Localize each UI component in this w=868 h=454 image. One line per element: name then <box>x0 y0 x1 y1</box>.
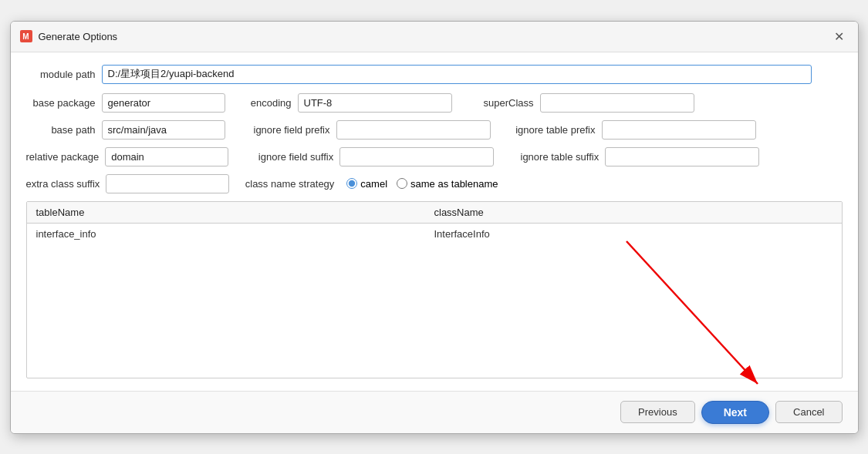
ignore-field-suffix-label: ignore field suffix <box>241 151 333 163</box>
table-cell-class-name: InterfaceInfo <box>434 228 833 240</box>
base-path-input[interactable] <box>102 120 225 140</box>
encoding-group: encoding <box>238 93 452 113</box>
table-cell-table-name: interface_info <box>36 228 434 240</box>
module-path-label: module path <box>26 69 96 80</box>
app-icon: M <box>20 30 32 42</box>
col-class-name-header: className <box>434 207 833 218</box>
ignore-table-prefix-label: ignore table prefix <box>503 124 596 136</box>
generate-options-dialog: M Generate Options ✕ module path base pa… <box>10 21 859 434</box>
col-table-name-header: tableName <box>36 207 434 218</box>
class-name-strategy-label: class name strategy <box>241 178 334 190</box>
relative-package-input[interactable] <box>105 147 228 166</box>
extra-class-suffix-label: extra class suffix <box>26 178 100 190</box>
ignore-table-suffix-label: ignore table suffix <box>506 151 599 163</box>
table-header: tableName className <box>27 202 842 224</box>
encoding-label: encoding <box>238 97 292 109</box>
ignore-field-prefix-group: ignore field prefix <box>238 120 491 140</box>
base-package-input[interactable] <box>102 93 225 113</box>
class-table: tableName className interface_info Inter… <box>26 201 843 378</box>
radio-same-as-tablename-input[interactable] <box>397 178 407 189</box>
relative-package-label: relative package <box>26 151 100 163</box>
module-path-row: module path <box>26 65 843 84</box>
base-path-group: base path <box>26 120 225 140</box>
radio-camel-input[interactable] <box>346 178 357 189</box>
radio-group: camel same as tablename <box>346 178 498 190</box>
super-class-label: superClass <box>464 97 534 109</box>
ignore-field-prefix-label: ignore field prefix <box>238 124 330 136</box>
super-class-input[interactable] <box>540 93 694 113</box>
radio-camel-label: camel <box>360 178 387 190</box>
ignore-field-prefix-input[interactable] <box>336 120 491 140</box>
base-path-label: base path <box>26 124 96 136</box>
ignore-field-suffix-group: ignore field suffix <box>241 147 494 166</box>
row-base-path: base path ignore field prefix ignore tab… <box>26 120 843 140</box>
close-button[interactable]: ✕ <box>829 28 849 45</box>
row-base-package: base package encoding superClass <box>26 93 843 113</box>
ignore-table-suffix-group: ignore table suffix <box>506 147 759 166</box>
relative-package-group: relative package <box>26 147 229 166</box>
radio-camel-option[interactable]: camel <box>346 178 387 190</box>
next-button[interactable]: Next <box>701 401 769 424</box>
row-relative-package: relative package ignore field suffix ign… <box>26 147 843 166</box>
extra-class-suffix-group: extra class suffix <box>26 174 230 193</box>
radio-same-as-tablename-label: same as tablename <box>410 178 498 190</box>
ignore-field-suffix-input[interactable] <box>339 147 494 166</box>
class-name-strategy-group: class name strategy camel same as tablen… <box>241 178 498 190</box>
dialog-title: Generate Options <box>39 31 118 42</box>
dialog-footer: Previous Next Cancel <box>11 391 858 433</box>
title-bar-left: M Generate Options <box>20 30 118 42</box>
ignore-table-prefix-input[interactable] <box>602 120 756 140</box>
extra-class-suffix-input[interactable] <box>106 174 229 193</box>
dialog-body: module path base package encoding superC… <box>11 52 858 391</box>
table-row: interface_info InterfaceInfo <box>27 224 842 244</box>
ignore-table-suffix-input[interactable] <box>605 147 759 166</box>
base-package-label: base package <box>26 97 96 109</box>
encoding-input[interactable] <box>298 93 452 113</box>
title-bar: M Generate Options ✕ <box>11 22 858 52</box>
cancel-button[interactable]: Cancel <box>775 401 842 423</box>
table-body: interface_info InterfaceInfo <box>27 224 842 378</box>
ignore-table-prefix-group: ignore table prefix <box>503 120 756 140</box>
base-package-group: base package <box>26 93 225 113</box>
previous-button[interactable]: Previous <box>620 401 695 423</box>
radio-same-as-tablename-option[interactable]: same as tablename <box>397 178 498 190</box>
module-path-input[interactable] <box>102 65 812 84</box>
super-class-group: superClass <box>464 93 694 113</box>
row-extra-class: extra class suffix class name strategy c… <box>26 174 843 193</box>
